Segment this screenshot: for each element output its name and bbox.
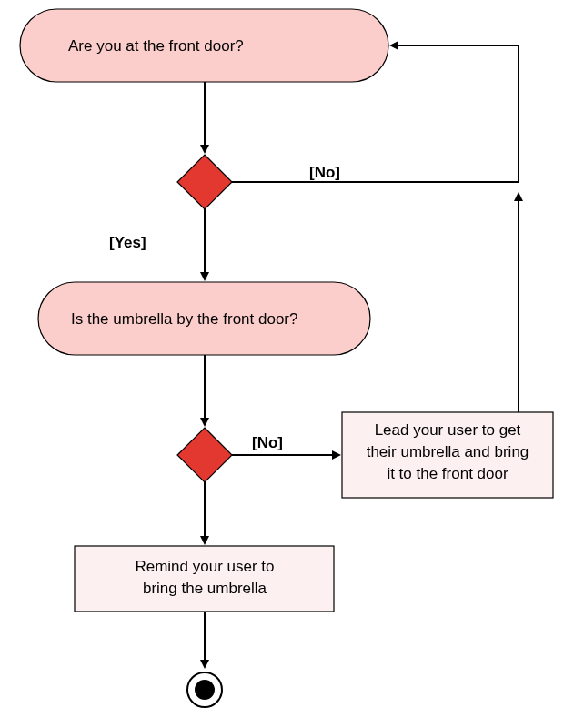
branch-d2 [177, 428, 232, 482]
lead-l2: their umbrella and bring [367, 443, 529, 460]
edge-no2-label: [No] [252, 434, 283, 451]
flowchart-diagram: Are you at the front door? [Yes] [No] Is… [0, 0, 584, 728]
lead-l1: Lead your user to get [375, 421, 521, 439]
lead-l3: it to the front door [387, 465, 508, 482]
svg-rect-3 [75, 546, 334, 612]
decision-at-front-door: Are you at the front door? [20, 9, 388, 82]
q2-label: Is the umbrella by the front door? [71, 310, 297, 328]
remind-l1: Remind your user to [135, 558, 274, 575]
svg-point-5 [195, 680, 215, 700]
decision-umbrella-at-door: Is the umbrella by the front door? [38, 282, 370, 355]
action-remind-user: Remind your user to bring the umbrella [75, 546, 334, 612]
branch-d1 [177, 155, 232, 209]
end-node [187, 672, 222, 707]
q1-label: Are you at the front door? [68, 37, 244, 55]
remind-l2: bring the umbrella [143, 580, 267, 597]
edge-no1-label: [No] [309, 164, 340, 181]
action-lead-user: Lead your user to get their umbrella and… [342, 412, 553, 498]
edge-yes-label: [Yes] [109, 234, 146, 251]
